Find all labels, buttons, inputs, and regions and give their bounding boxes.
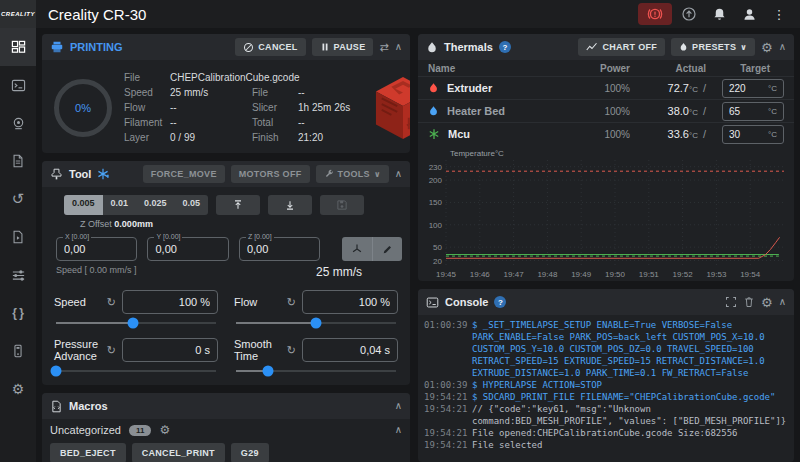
save-icon xyxy=(336,199,348,211)
pause-print-button[interactable]: PAUSE xyxy=(312,38,374,56)
print-layer: 0 / 99 xyxy=(170,130,195,145)
sidebar-item-tune[interactable] xyxy=(0,256,36,294)
z-step-0.05[interactable]: 0.05 xyxy=(175,195,209,215)
mcu-fan-icon xyxy=(428,128,440,140)
z-step-0.01[interactable]: 0.01 xyxy=(103,195,137,215)
notifications-button[interactable] xyxy=(706,3,732,25)
collapse-printing-icon[interactable]: ∧ xyxy=(395,42,402,52)
sidebar-item-console[interactable] xyxy=(0,66,36,104)
macro-cancel-print-button[interactable]: CANCEL_PRINT xyxy=(132,443,225,462)
printing-status-label: PRINTING xyxy=(70,41,123,53)
upload-icon xyxy=(681,6,697,22)
expand-console-icon[interactable] xyxy=(725,296,737,308)
thermals-title: Thermals xyxy=(444,41,493,53)
console-panel: Console ? ⚙ ∧ 01:00:39$ _SET_TIMELAPSE_S… xyxy=(418,289,794,462)
x-position-field: X [0.00] xyxy=(56,237,137,261)
sidebar-item-webcam[interactable] xyxy=(0,104,36,142)
thermals-help-icon[interactable]: ? xyxy=(499,41,511,53)
pressure-advance-slider[interactable] xyxy=(56,363,216,379)
babystep-up-button[interactable] xyxy=(216,195,260,215)
collapse-category-icon[interactable]: ∧ xyxy=(395,425,402,435)
chart-toggle-button[interactable]: CHART OFF xyxy=(578,38,665,56)
heater-bed-target-input[interactable] xyxy=(729,106,759,117)
sidebar-item-history[interactable]: ↺ xyxy=(0,180,36,218)
upload-button[interactable] xyxy=(676,3,702,25)
console-log[interactable]: 01:00:39$ _SET_TIMELAPSE_SETUP ENABLE=Tr… xyxy=(418,315,794,455)
sidebar-item-dashboard[interactable] xyxy=(0,28,36,66)
flow-factor-input[interactable] xyxy=(303,291,397,313)
svg-text:19:53: 19:53 xyxy=(706,270,727,279)
flame-icon xyxy=(426,41,438,54)
est-total: -- xyxy=(298,115,305,130)
smooth-time-input[interactable] xyxy=(303,339,397,361)
topbar-actions: ⋮ xyxy=(638,3,800,25)
collapse-thermals-icon[interactable]: ∧ xyxy=(779,42,786,52)
timelapse-icon xyxy=(11,230,25,244)
svg-text:150: 150 xyxy=(429,198,443,207)
sidebar-item-timelapse[interactable] xyxy=(0,218,36,256)
pressure-advance-input[interactable] xyxy=(123,339,217,361)
collapse-macros-icon[interactable]: ∧ xyxy=(395,401,402,411)
presets-dropdown-button[interactable]: PRESETS ∨ xyxy=(671,38,755,56)
babystep-down-button[interactable] xyxy=(268,195,312,215)
save-zoffset-button[interactable] xyxy=(320,195,364,215)
extruder-target-input[interactable] xyxy=(729,83,759,94)
speed-factor-slider[interactable] xyxy=(56,315,216,331)
macro-count-badge: 11 xyxy=(129,425,151,436)
thermals-header-row: Name Power Actual Target xyxy=(418,60,794,76)
collapse-tool-icon[interactable]: ∧ xyxy=(395,169,402,179)
cancel-print-button[interactable]: CANCEL xyxy=(235,38,305,56)
emergency-stop-button[interactable] xyxy=(638,3,672,25)
z-step-0.005[interactable]: 0.005 xyxy=(64,195,103,215)
extruder-target-field: °C xyxy=(722,79,784,98)
account-button[interactable] xyxy=(736,3,762,25)
top-bar: CREALITY Creality CR-30 xyxy=(0,0,800,28)
overflow-menu-button[interactable]: ⋮ xyxy=(766,3,792,25)
reset-pressure-advance-icon[interactable]: ↻ xyxy=(107,344,116,357)
printer-title: Creality CR-30 xyxy=(48,6,638,23)
category-name: Uncategorized xyxy=(50,424,121,436)
est-finish: 21:20 xyxy=(298,130,323,145)
z-step-0.025[interactable]: 0.025 xyxy=(136,195,175,215)
tools-dropdown-button[interactable]: TOOLS ∨ xyxy=(316,165,389,183)
edit-position-button[interactable] xyxy=(372,237,402,261)
heater-bed-power: 100% xyxy=(582,106,630,117)
sidebar-item-configuration[interactable]: { } xyxy=(0,294,36,332)
x-position-input[interactable] xyxy=(57,238,136,260)
mainsail-app: CREALITY Creality CR-30 xyxy=(0,0,800,462)
move-axes-button[interactable] xyxy=(342,237,372,261)
print-progress-ring: 0% xyxy=(54,79,112,137)
console-settings-icon[interactable]: ⚙ xyxy=(761,296,773,309)
kebab-icon: ⋮ xyxy=(773,7,786,22)
panel-options-icon[interactable]: ⇄ xyxy=(379,42,388,53)
settings-gear-icon: ⚙ xyxy=(12,381,25,397)
speed-factor-input[interactable] xyxy=(123,291,217,313)
smooth-time-slider[interactable] xyxy=(236,363,396,379)
y-position-input[interactable] xyxy=(148,238,227,260)
move-speed-value: 25 mm/s xyxy=(316,265,362,279)
macros-settings-icon[interactable]: ⚙ xyxy=(159,424,170,436)
macro-bed-eject-button[interactable]: BED_EJECT xyxy=(50,443,126,462)
clear-console-icon[interactable] xyxy=(743,296,755,308)
tool-title: Tool xyxy=(69,168,91,180)
flow-factor-slider[interactable] xyxy=(236,315,396,331)
fan-alert-icon xyxy=(97,168,109,180)
console-help-icon[interactable]: ? xyxy=(494,296,506,308)
est-slicer: 1h 25m 26s xyxy=(298,100,350,115)
thermals-settings-icon[interactable]: ⚙ xyxy=(761,41,773,54)
mcu-target-input[interactable] xyxy=(729,129,759,140)
sidebar-nav: ↺ { } xyxy=(0,28,36,462)
sidebar-item-settings[interactable]: ⚙ xyxy=(0,370,36,408)
reset-speed-icon[interactable]: ↻ xyxy=(107,296,116,309)
z-position-input[interactable] xyxy=(240,238,319,260)
force-move-button[interactable]: FORCE_MOVE xyxy=(143,165,225,183)
reset-flow-icon[interactable]: ↻ xyxy=(287,296,296,309)
pressure-advance-control: Pressure Advance ↻ xyxy=(54,337,218,379)
reset-smooth-time-icon[interactable]: ↻ xyxy=(287,344,296,357)
motors-off-button[interactable]: MOTORS OFF xyxy=(231,165,310,183)
collapse-console-icon[interactable]: ∧ xyxy=(779,297,786,307)
svg-text:50: 50 xyxy=(433,243,442,252)
sidebar-item-gcode-files[interactable] xyxy=(0,142,36,180)
macro-g29-button[interactable]: G29 xyxy=(231,443,269,462)
sidebar-item-machine[interactable] xyxy=(0,332,36,370)
